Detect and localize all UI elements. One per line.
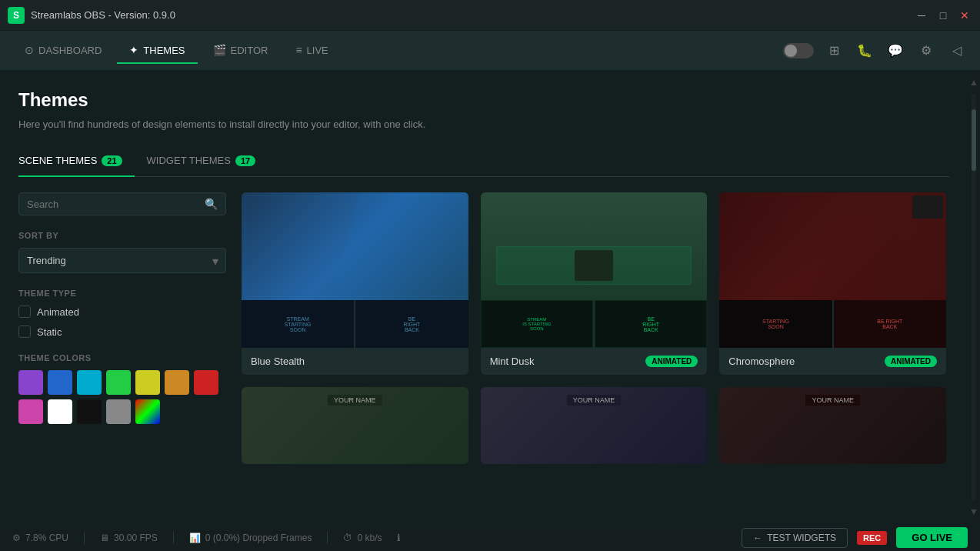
themes-grid: STREAMSTARTINGSOON BERIGHTBACK Blue Stea… <box>242 192 946 476</box>
nav-items: ⊙ DASHBOARD ✦ THEMES 🎬 EDITOR ≡ LIVE <box>12 38 783 63</box>
color-swatch-orange[interactable] <box>165 370 189 395</box>
theme-sub-image-1-mint-dusk: STREAMIS STARTINGSOON <box>481 300 593 348</box>
cpu-status: ⚙ 7.8% CPU <box>12 533 68 543</box>
tab-widget-label: WIDGET THEMES <box>147 155 231 166</box>
checkbox-group: Animated Static <box>18 306 226 338</box>
theme-card-images-mint-dusk: STREAMIS STARTINGSOON BERIGHTBACK <box>481 192 708 348</box>
checkbox-static-box[interactable] <box>18 326 31 338</box>
color-swatch-multi[interactable] <box>135 399 160 424</box>
sort-select[interactable]: Trending Newest Popular <box>18 248 226 273</box>
themes-grid-wrapper: STREAMSTARTINGSOON BERIGHTBACK Blue Stea… <box>242 192 949 523</box>
nav-item-dashboard[interactable]: ⊙ DASHBOARD <box>12 38 114 64</box>
color-swatch-white[interactable] <box>48 399 72 424</box>
scroll-down-arrow[interactable]: ▼ <box>966 503 980 520</box>
dashboard-icon: ⊙ <box>25 44 34 56</box>
main-content: Themes Here you'll find hundreds of desi… <box>0 71 980 523</box>
theme-toggle[interactable] <box>783 43 814 58</box>
theme-type-section: THEME TYPE Animated Static <box>18 289 226 338</box>
title-bar: S Streamlabs OBS - Version: 0.9.0 ─ □ ✕ <box>0 0 980 31</box>
color-swatch-blue[interactable] <box>48 370 72 395</box>
theme-card-footer-chromosphere: Chromosphere ANIMATED <box>719 348 946 375</box>
theme-sub-images-blue-stealth: STREAMSTARTINGSOON BERIGHTBACK <box>242 300 468 348</box>
theme-card-chromosphere[interactable]: STARTINGSOON BE RIGHTBACK Chromosphere A… <box>719 192 946 375</box>
sidebar-toggle-button[interactable]: ◁ <box>946 40 968 62</box>
status-sep-2 <box>173 532 174 544</box>
maximize-button[interactable]: □ <box>935 8 951 23</box>
cpu-value: 7.8% CPU <box>25 533 68 543</box>
bandwidth-status: ⏱ 0 kb/s <box>343 533 382 543</box>
nav-right-controls: ⊞ 🐛 💬 ⚙ ◁ <box>783 40 968 62</box>
nav-bar: ⊙ DASHBOARD ✦ THEMES 🎬 EDITOR ≡ LIVE ⊞ 🐛… <box>0 31 980 71</box>
bandwidth-value: 0 kb/s <box>357 533 382 543</box>
scrollbar-track <box>972 94 976 500</box>
theme-name-blue-stealth: Blue Stealth <box>251 356 305 367</box>
theme-partial1-img: YOUR NAME <box>242 387 468 464</box>
themes-layout: 🔍 SORT BY Trending Newest Popular <box>18 192 949 523</box>
themes-icon: ✦ <box>129 44 138 56</box>
theme-partial3-img: YOUR NAME <box>719 387 946 464</box>
theme-colors-label: THEME COLORS <box>18 353 226 362</box>
dropped-status: 📊 0 (0.0%) Dropped Frames <box>189 533 312 543</box>
grid-view-button[interactable]: ⊞ <box>823 40 845 62</box>
fps-icon: 🖥 <box>100 533 109 543</box>
test-widgets-label: TEST WIDGETS <box>767 533 836 543</box>
checkbox-animated-box[interactable] <box>18 306 31 318</box>
theme-sub-images-chromosphere: STARTINGSOON BE RIGHTBACK <box>719 300 946 348</box>
info-icon[interactable]: ℹ <box>397 533 401 543</box>
search-input[interactable] <box>27 199 198 210</box>
right-scrollbar: ▲ ▼ <box>968 71 980 523</box>
theme-card-partial2[interactable]: YOUR NAME <box>481 387 708 464</box>
theme-sub-images-mint-dusk: STREAMIS STARTINGSOON BERIGHTBACK <box>481 300 708 348</box>
test-widgets-button[interactable]: ← TEST WIDGETS <box>742 528 848 548</box>
info-icon-item: ℹ <box>397 533 401 543</box>
dropped-icon: 📊 <box>189 533 201 543</box>
minimize-button[interactable]: ─ <box>914 8 929 23</box>
color-swatch-green[interactable] <box>106 370 131 395</box>
tab-scene-themes[interactable]: SCENE THEMES 21 <box>18 149 135 177</box>
color-swatch-black[interactable] <box>77 399 102 424</box>
page-subtitle: Here you'll find hundreds of design elem… <box>18 119 949 130</box>
search-box[interactable]: 🔍 <box>18 192 226 215</box>
color-swatch-red[interactable] <box>194 370 218 395</box>
color-swatch-pink[interactable] <box>18 399 43 424</box>
window-controls: ─ □ ✕ <box>914 8 972 23</box>
sort-wrapper: Trending Newest Popular <box>18 248 226 273</box>
nav-item-themes[interactable]: ✦ THEMES <box>117 38 197 64</box>
color-swatch-gray[interactable] <box>106 399 131 424</box>
color-swatch-yellow[interactable] <box>135 370 160 395</box>
theme-card-blue-stealth[interactable]: STREAMSTARTINGSOON BERIGHTBACK Blue Stea… <box>242 192 468 375</box>
color-swatch-cyan[interactable] <box>77 370 102 395</box>
theme-card-mint-dusk[interactable]: STREAMIS STARTINGSOON BERIGHTBACK Mint D… <box>481 192 708 375</box>
theme-card-footer-blue-stealth: Blue Stealth <box>242 348 468 375</box>
nav-label-themes: THEMES <box>143 45 185 56</box>
settings-button[interactable]: ⚙ <box>915 40 937 62</box>
status-right: ← TEST WIDGETS REC GO LIVE <box>742 527 968 548</box>
checkbox-animated[interactable]: Animated <box>18 306 226 318</box>
color-swatch-purple[interactable] <box>18 370 43 395</box>
tab-widget-themes[interactable]: WIDGET THEMES 17 <box>147 149 268 177</box>
dropped-value: 0 (0.0%) Dropped Frames <box>205 533 312 543</box>
nav-item-live[interactable]: ≡ LIVE <box>283 38 340 64</box>
sort-label: SORT BY <box>18 231 226 240</box>
tab-scene-badge: 21 <box>102 155 122 166</box>
checkbox-static[interactable]: Static <box>18 326 226 338</box>
rec-badge: REC <box>857 531 887 545</box>
animated-badge-chromosphere: ANIMATED <box>885 356 937 367</box>
status-sep-3 <box>327 532 328 544</box>
theme-partial2-img: YOUR NAME <box>481 387 708 464</box>
scroll-up-arrow[interactable]: ▲ <box>966 74 980 91</box>
go-live-button[interactable]: GO LIVE <box>896 527 968 548</box>
status-bar: ⚙ 7.8% CPU 🖥 30.00 FPS 📊 0 (0.0%) Droppe… <box>0 523 980 551</box>
close-button[interactable]: ✕ <box>957 8 972 23</box>
theme-sub-image-1-blue-stealth: STREAMSTARTINGSOON <box>242 300 354 348</box>
theme-name-chromosphere: Chromosphere <box>728 356 795 367</box>
fps-value: 30.00 FPS <box>114 533 158 543</box>
theme-card-partial1[interactable]: YOUR NAME <box>242 387 468 464</box>
nav-item-editor[interactable]: 🎬 EDITOR <box>201 38 281 64</box>
bug-button[interactable]: 🐛 <box>854 40 875 62</box>
theme-sub-image-1-chromosphere: STARTINGSOON <box>719 300 832 348</box>
theme-card-partial3[interactable]: YOUR NAME <box>719 387 946 464</box>
discord-button[interactable]: 💬 <box>885 40 906 62</box>
theme-main-image-chromosphere <box>719 192 946 300</box>
theme-card-images-blue-stealth: STREAMSTARTINGSOON BERIGHTBACK <box>242 192 468 348</box>
